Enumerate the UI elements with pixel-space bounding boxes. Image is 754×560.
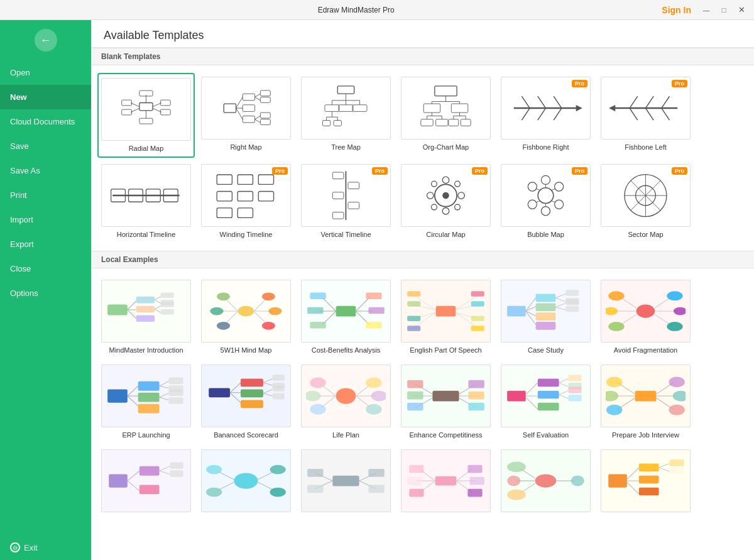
template-h-timeline-label: Horizontal Timeline xyxy=(117,230,176,239)
svg-rect-189 xyxy=(536,294,556,302)
svg-rect-191 xyxy=(536,312,556,321)
template-self-eval-label: Self Evaluation xyxy=(523,431,569,439)
template-v-timeline[interactable]: Pro Vertical Timeline xyxy=(297,160,395,243)
svg-line-225 xyxy=(160,393,169,397)
sidebar-item-open[interactable]: Open xyxy=(0,60,91,85)
template-mindmaster-intro[interactable]: MindMaster Introduction xyxy=(97,276,195,358)
sidebar-item-new[interactable]: New xyxy=(0,85,91,109)
exit-button[interactable]: ⊖ Exit xyxy=(0,535,91,560)
template-row3-2[interactable] xyxy=(197,446,295,519)
template-bubble[interactable]: Pro xyxy=(497,160,594,243)
right-map-icon xyxy=(206,80,286,136)
svg-rect-234 xyxy=(241,389,263,397)
template-sector-label: Sector Map xyxy=(628,230,663,239)
template-right-map[interactable]: Right Map xyxy=(197,73,295,158)
svg-line-277 xyxy=(559,378,569,382)
svg-line-350 xyxy=(627,482,639,494)
template-job-interview[interactable]: Prepare Job Interview xyxy=(597,361,694,443)
svg-rect-12 xyxy=(160,109,170,115)
svg-rect-351 xyxy=(639,464,659,472)
template-right-preview xyxy=(201,77,291,140)
template-row3-4[interactable] xyxy=(397,446,494,519)
template-tree-map[interactable]: Tree Map xyxy=(297,73,395,158)
svg-point-148 xyxy=(217,292,230,300)
svg-point-295 xyxy=(669,376,685,387)
template-avoid-preview xyxy=(601,280,691,343)
row3-4-thumb xyxy=(406,453,486,508)
sidebar-item-import[interactable]: Import xyxy=(0,207,91,232)
template-row3-6[interactable] xyxy=(597,446,694,519)
template-radial[interactable]: Radial Map xyxy=(97,73,195,158)
svg-line-230 xyxy=(230,383,241,393)
template-5w1h[interactable]: 5W1H Mind Map xyxy=(197,276,295,358)
svg-rect-52 xyxy=(449,119,459,126)
template-right-label: Right Map xyxy=(230,143,261,151)
svg-point-346 xyxy=(507,490,526,500)
fishbone-left-icon xyxy=(606,80,686,136)
svg-line-76 xyxy=(645,108,653,120)
svg-point-212 xyxy=(674,307,686,315)
svg-rect-214 xyxy=(107,389,128,402)
svg-line-66 xyxy=(554,96,562,108)
template-self-eval[interactable]: Self Evaluation xyxy=(497,361,594,443)
template-avoid-frag[interactable]: Avoid Fragmentation xyxy=(597,276,694,358)
sign-in-button[interactable]: Sign In xyxy=(657,5,696,15)
svg-rect-332 xyxy=(409,465,423,473)
svg-line-215 xyxy=(128,386,138,396)
svg-rect-43 xyxy=(435,86,457,96)
svg-line-14 xyxy=(236,97,243,108)
sidebar-item-close[interactable]: Close xyxy=(0,256,91,281)
svg-rect-131 xyxy=(136,305,155,312)
svg-line-68 xyxy=(538,108,546,120)
template-circular[interactable]: Pro xyxy=(397,160,494,243)
svg-line-133 xyxy=(155,296,161,299)
template-fishbone-left[interactable]: Pro Fishbone Left xyxy=(597,73,694,158)
svg-line-348 xyxy=(627,468,639,480)
svg-rect-126 xyxy=(107,304,128,315)
maximize-button[interactable]: □ xyxy=(716,4,731,16)
template-job-label: Prepare Job Interview xyxy=(612,431,679,439)
template-winding-timeline[interactable]: Pro Winding Timeline xyxy=(197,160,295,243)
svg-rect-233 xyxy=(241,378,263,387)
svg-point-201 xyxy=(637,304,655,317)
sidebar-item-cloud[interactable]: Cloud Documents xyxy=(0,109,91,134)
template-life-plan[interactable]: Life Plan xyxy=(297,361,395,443)
template-enhance-preview xyxy=(401,365,491,427)
sidebar-item-print[interactable]: Print xyxy=(0,183,91,207)
svg-rect-166 xyxy=(366,322,381,329)
local-templates-grid: MindMaster Introduction xyxy=(91,268,754,527)
svg-point-292 xyxy=(606,376,622,387)
template-row3-3[interactable] xyxy=(297,446,395,519)
sidebar-item-export[interactable]: Export xyxy=(0,232,91,256)
templates-area[interactable]: Blank Templates xyxy=(91,48,754,560)
template-h-timeline[interactable]: Horizontal Timeline xyxy=(97,160,195,243)
svg-line-236 xyxy=(263,378,273,382)
template-balanced-label: Bananced Scorecard xyxy=(214,431,278,439)
template-enhance[interactable]: Enhance Competitiness xyxy=(397,361,494,443)
template-fishbone-right[interactable]: Pro Fishbone Right xyxy=(497,73,594,158)
close-button[interactable]: ✕ xyxy=(734,4,749,16)
svg-rect-92 xyxy=(332,172,344,179)
svg-rect-95 xyxy=(348,202,359,209)
sidebar-item-options[interactable]: Options xyxy=(0,281,91,305)
sidebar-item-saveas[interactable]: Save As xyxy=(0,158,91,183)
minimize-button[interactable]: — xyxy=(699,4,714,16)
svg-rect-86 xyxy=(217,192,232,201)
template-fishbone-left-preview: Pro xyxy=(601,77,691,140)
template-orgchart[interactable]: Org-Chart Map xyxy=(397,73,494,158)
template-case-study[interactable]: Case Study xyxy=(497,276,594,358)
template-erp[interactable]: ERP Launching xyxy=(97,361,195,443)
template-balanced[interactable]: Bananced Scorecard xyxy=(197,361,295,443)
template-cost-benefits[interactable]: Cost-Benefits Analysis xyxy=(297,276,395,358)
template-sector[interactable]: Pro Sector Map xyxy=(597,160,694,243)
template-row3-1[interactable] xyxy=(97,446,195,519)
svg-rect-6 xyxy=(122,100,132,106)
template-bubble-label: Bubble Map xyxy=(527,230,564,239)
back-button[interactable]: ← xyxy=(0,20,91,60)
svg-rect-347 xyxy=(608,475,627,488)
sidebar-item-save[interactable]: Save xyxy=(0,134,91,158)
template-row3-5[interactable] xyxy=(497,446,594,519)
svg-rect-334 xyxy=(409,489,423,497)
template-english-speech[interactable]: English Part Of Speech xyxy=(397,276,494,358)
svg-point-209 xyxy=(606,307,618,315)
